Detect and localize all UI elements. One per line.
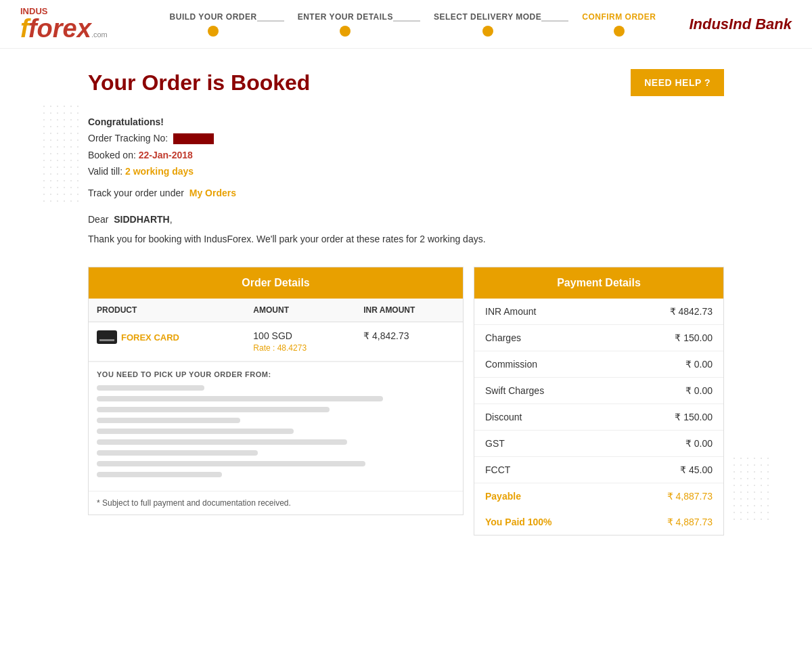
dot-pattern-right: [731, 455, 771, 523]
redacted-line-6: [97, 439, 347, 445]
redacted-line-2: [97, 396, 383, 401]
amount-cell: 100 SGD Rate : 48.4273: [245, 322, 355, 362]
order-table: PRODUCT AMOUNT INR AMOUNT FOREX CARD: [89, 299, 463, 362]
page-title-row: Your Order is Booked NEED HELP ?: [88, 69, 724, 96]
redacted-line-1: [97, 385, 204, 391]
dear-section: Dear SIDDHARTH, Thank you for booking wi…: [88, 212, 724, 246]
product-name: FOREX CARD: [121, 332, 179, 343]
booked-on-label: Booked on:: [88, 150, 136, 160]
col-inr-amount: INR AMOUNT: [355, 299, 463, 322]
payment-label: Discount: [474, 404, 616, 431]
step-dot-4: [614, 26, 625, 37]
nav-steps: BUILD YOUR ORDER ENTER YOUR DETAILS SELE…: [142, 12, 683, 37]
paid-value: ₹ 4,887.73: [616, 509, 723, 535]
payment-label: GST: [474, 431, 616, 457]
logo-area: INDUS fforex.com: [20, 7, 142, 41]
step-dot-1: [208, 26, 219, 37]
step-dot-2: [340, 26, 351, 37]
main-container: Your Order is Booked NEED HELP ? Congrat…: [34, 49, 778, 556]
step-dot-3: [482, 26, 493, 37]
step-build-order[interactable]: BUILD YOUR ORDER: [150, 12, 277, 37]
redacted-line-8: [97, 461, 365, 466]
congratulations-text: Congratulations!: [88, 116, 724, 127]
order-details-header: Order Details: [89, 267, 463, 299]
order-info: Congratulations! Order Tracking No: Book…: [88, 116, 724, 177]
customer-name: SIDDHARTH: [114, 214, 169, 225]
paid-row: You Paid 100%₹ 4,887.73: [474, 509, 723, 535]
payable-row: Payable₹ 4,887.73: [474, 483, 723, 510]
pickup-label: YOU NEED TO PICK UP YOUR ORDER FROM:: [97, 370, 455, 378]
table-row: FOREX CARD 100 SGD Rate : 48.4273 ₹ 4,84…: [89, 322, 463, 362]
track-order-line: Track your order under My Orders: [88, 188, 724, 198]
order-details-panel: Order Details PRODUCT AMOUNT INR AMOUNT: [88, 267, 464, 515]
step-delivery-mode[interactable]: SELECT DELIVERY MODE: [413, 12, 562, 37]
forex-card-icon: [97, 330, 117, 344]
payment-value: ₹ 0.00: [616, 351, 723, 378]
valid-till: Valid till: 2 working days: [88, 166, 724, 177]
redacted-line-7: [97, 450, 258, 456]
payment-value: ₹ 150.00: [616, 404, 723, 431]
payment-details-panel: Payment Details INR Amount₹ 4842.73Charg…: [474, 267, 724, 535]
payment-value: ₹ 45.00: [616, 457, 723, 483]
payment-label: Commission: [474, 351, 616, 378]
footnote: * Subject to full payment and documentat…: [89, 491, 463, 515]
logo: INDUS fforex.com: [20, 7, 108, 41]
payment-details-header: Payment Details: [474, 267, 723, 299]
amount-value: 100 SGD: [253, 330, 347, 341]
col-amount: AMOUNT: [245, 299, 355, 322]
payment-value: ₹ 150.00: [616, 325, 723, 351]
payment-value: ₹ 4842.73: [616, 299, 723, 325]
redacted-line-3: [97, 407, 330, 412]
paid-label: You Paid 100%: [474, 509, 616, 535]
booked-on: Booked on: 22-Jan-2018: [88, 150, 724, 160]
payment-label: Swift Charges: [474, 378, 616, 404]
payment-table: INR Amount₹ 4842.73Charges₹ 150.00Commis…: [474, 299, 723, 535]
tables-row: Order Details PRODUCT AMOUNT INR AMOUNT: [88, 267, 724, 535]
booked-on-value: 22-Jan-2018: [139, 150, 193, 160]
valid-till-label: Valid till:: [88, 166, 122, 177]
payment-row-4: Discount₹ 150.00: [474, 404, 723, 431]
logo-forex: fforex.com: [20, 16, 108, 41]
payment-value: ₹ 0.00: [616, 431, 723, 457]
payment-row-3: Swift Charges₹ 0.00: [474, 378, 723, 404]
dear-label: Dear: [88, 214, 108, 225]
payment-row-6: FCCT₹ 45.00: [474, 457, 723, 483]
redacted-line-4: [97, 418, 240, 423]
valid-till-value: 2 working days: [125, 166, 194, 177]
payment-row-1: Charges₹ 150.00: [474, 325, 723, 351]
dot-pattern-left: [41, 103, 81, 204]
rate-text: Rate : 48.4273: [253, 343, 347, 353]
payable-label: Payable: [474, 483, 616, 510]
payment-row-0: INR Amount₹ 4842.73: [474, 299, 723, 325]
dear-line: Dear SIDDHARTH,: [88, 212, 724, 227]
thank-you-text: Thank you for booking with IndusForex. W…: [88, 232, 724, 246]
tracking-number-redacted: [173, 133, 214, 144]
redacted-line-5: [97, 429, 294, 434]
pickup-section: YOU NEED TO PICK UP YOUR ORDER FROM:: [89, 362, 463, 491]
step-confirm-order[interactable]: CONFIRM ORDER: [562, 12, 676, 37]
page-title: Your Order is Booked: [88, 70, 310, 95]
product-cell: FOREX CARD: [89, 322, 245, 362]
header: INDUS fforex.com BUILD YOUR ORDER ENTER …: [0, 0, 812, 49]
inr-amount-cell: ₹ 4,842.73: [355, 322, 463, 362]
track-order-text: Track your order under: [88, 188, 184, 198]
my-orders-link[interactable]: My Orders: [189, 188, 236, 198]
need-help-button[interactable]: NEED HELP ?: [631, 69, 724, 96]
payment-row-2: Commission₹ 0.00: [474, 351, 723, 378]
bank-logo: IndusInd Bank: [683, 16, 792, 33]
redacted-line-9: [97, 472, 222, 477]
payment-value: ₹ 0.00: [616, 378, 723, 404]
order-tracking-label: Order Tracking No:: [88, 133, 168, 144]
order-tracking: Order Tracking No:: [88, 133, 724, 144]
payment-label: FCCT: [474, 457, 616, 483]
payable-value: ₹ 4,887.73: [616, 483, 723, 510]
step-enter-details[interactable]: ENTER YOUR DETAILS: [277, 12, 413, 37]
payment-label: INR Amount: [474, 299, 616, 325]
payment-row-5: GST₹ 0.00: [474, 431, 723, 457]
col-product: PRODUCT: [89, 299, 245, 322]
payment-label: Charges: [474, 325, 616, 351]
